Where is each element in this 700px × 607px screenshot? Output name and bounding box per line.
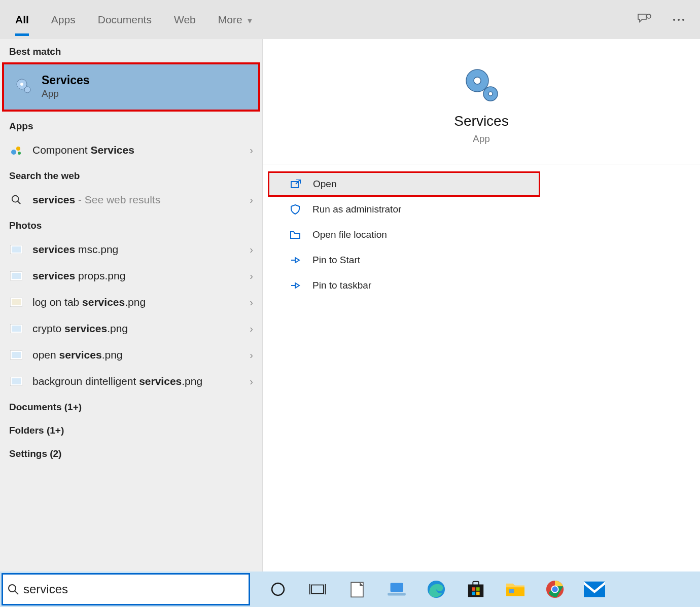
tab-apps[interactable]: Apps [40,4,87,36]
chevron-right-icon: › [250,270,253,282]
action-run-admin[interactable]: Run as administrator [263,197,700,222]
chevron-right-icon: › [250,145,253,156]
svg-rect-45 [506,587,524,596]
folder-icon [288,230,302,240]
svg-point-9 [18,152,21,155]
gear-icon-large [461,64,502,105]
result-label: services - See web results [32,194,250,206]
svg-rect-23 [12,378,21,384]
image-thumb-icon [9,242,23,257]
more-options-icon[interactable] [668,9,690,31]
section-photos: Photos [0,213,262,236]
tab-more[interactable]: More▼ [207,4,265,36]
svg-point-49 [552,586,557,592]
action-label: Run as administrator [312,204,401,215]
task-view-icon[interactable] [306,578,329,600]
svg-point-7 [11,150,16,155]
result-photo[interactable]: backgroun dintelligent services.png › [0,368,262,395]
preview-title: Services [263,113,700,129]
preview-subtitle: App [263,133,700,145]
result-label: crypto services.png [32,323,250,335]
chevron-right-icon: › [250,323,253,335]
tab-documents[interactable]: Documents [87,4,163,36]
result-photo[interactable]: services props.png › [0,263,262,289]
feedback-icon[interactable] [633,9,655,31]
file-explorer-icon[interactable] [504,578,527,600]
action-pin-taskbar[interactable]: Pin to taskbar [263,273,700,298]
action-label: Open file location [312,229,387,240]
svg-rect-41 [472,587,475,591]
svg-rect-32 [311,585,324,594]
best-match-title: Services [42,74,90,87]
section-best-match: Best match [0,39,262,62]
result-web-services[interactable]: services - See web results › [0,187,262,213]
chevron-down-icon: ▼ [247,17,254,25]
open-icon [289,179,303,189]
cortana-icon[interactable] [267,578,289,600]
taskbar-search[interactable] [2,573,250,605]
svg-rect-37 [388,593,406,595]
chrome-icon[interactable] [544,578,566,600]
result-photo[interactable]: log on tab services.png › [0,289,262,315]
action-open-location[interactable]: Open file location [263,222,700,247]
result-label: open services.png [32,349,250,361]
libreoffice-icon[interactable] [346,578,368,600]
svg-rect-36 [391,583,403,592]
svg-rect-17 [12,299,21,305]
result-label: log on tab services.png [32,296,250,308]
chevron-right-icon: › [250,349,253,361]
category-folders[interactable]: Folders (1+) [0,418,262,441]
action-pin-start[interactable]: Pin to Start [263,247,700,273]
svg-point-29 [9,585,16,592]
result-best-match[interactable]: Services App [2,62,260,112]
result-photo[interactable]: open services.png › [0,342,262,368]
action-label: Open [313,178,336,190]
shield-icon [288,204,302,215]
image-thumb-icon [9,374,23,388]
image-thumb-icon [9,348,23,362]
filter-tabs: All Apps Documents Web More▼ [0,0,700,39]
result-label: backgroun dintelligent services.png [32,375,250,387]
svg-point-27 [488,92,493,96]
chevron-right-icon: › [250,297,253,308]
svg-rect-43 [472,592,475,595]
chevron-right-icon: › [250,244,253,256]
svg-point-2 [678,19,680,21]
image-thumb-icon [9,269,23,283]
category-documents[interactable]: Documents (1+) [0,395,262,418]
action-open[interactable]: Open [268,171,540,197]
component-icon [9,143,23,157]
mail-icon[interactable] [583,578,606,600]
category-settings[interactable]: Settings (2) [0,441,262,465]
tab-web[interactable]: Web [163,4,207,36]
svg-point-8 [16,147,20,151]
svg-rect-42 [476,587,480,591]
laptop-icon[interactable] [386,578,408,600]
result-photo[interactable]: crypto services.png › [0,315,262,342]
svg-rect-50 [584,582,605,597]
image-thumb-icon [9,322,23,336]
section-search-web: Search the web [0,163,262,187]
image-thumb-icon [9,295,23,309]
svg-rect-46 [509,589,514,593]
result-photo[interactable]: services msc.png › [0,236,262,263]
svg-rect-39 [468,585,483,597]
microsoft-store-icon[interactable] [465,578,487,600]
edge-icon[interactable] [425,578,447,600]
result-app-component-services[interactable]: Component Services › [0,137,262,163]
search-input[interactable] [23,582,249,596]
svg-point-1 [673,19,675,21]
pin-icon [288,280,302,291]
chevron-right-icon: › [250,194,253,206]
tab-all[interactable]: All [4,4,40,36]
action-label: Pin to Start [312,255,360,266]
svg-rect-44 [476,592,480,595]
action-label: Pin to taskbar [312,280,371,291]
taskbar [0,572,700,607]
svg-rect-21 [12,352,21,358]
svg-point-6 [24,87,30,93]
svg-rect-15 [12,273,21,279]
svg-rect-19 [12,326,21,332]
svg-line-11 [18,201,21,204]
best-match-subtitle: App [42,88,90,99]
